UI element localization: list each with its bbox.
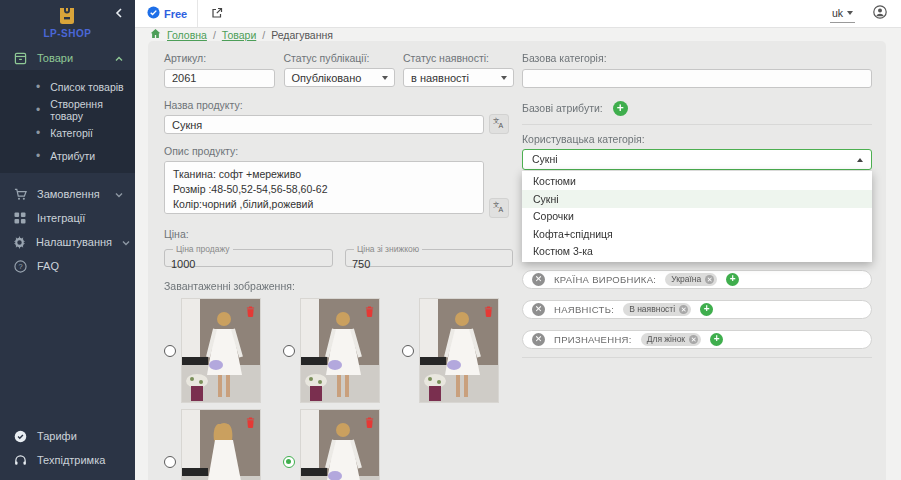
- product-image-cell: [164, 298, 261, 403]
- external-link-icon: [211, 5, 223, 23]
- sidebar-item-product-list[interactable]: •Список товарів: [0, 75, 135, 98]
- translate-icon: 文A: [493, 199, 505, 217]
- sidebar-item-integrations[interactable]: Інтеграції: [0, 206, 135, 230]
- attribute-value-chip: Україна ✕: [665, 273, 717, 286]
- plan-badge[interactable]: Free: [147, 6, 187, 21]
- availability-status-select[interactable]: в наявності: [403, 68, 514, 87]
- translate-name-button[interactable]: 文A: [489, 114, 509, 134]
- custom-category-select[interactable]: Сукні: [522, 149, 872, 170]
- image-select-radio[interactable]: [164, 345, 176, 357]
- image-select-radio[interactable]: [402, 345, 414, 357]
- translate-description-button[interactable]: 文A: [489, 198, 509, 218]
- add-base-attribute-button[interactable]: +: [613, 101, 628, 116]
- sidebar-item-support[interactable]: Техпідтримка: [0, 448, 135, 472]
- publish-status-label: Статус публікації:: [284, 52, 395, 64]
- base-category-input[interactable]: [522, 69, 872, 88]
- products-box-icon: [13, 51, 27, 65]
- dropdown-option[interactable]: Сорочки: [522, 208, 872, 226]
- language-select[interactable]: uk: [830, 5, 855, 23]
- product-description-textarea[interactable]: Тканина: софт +мереживо Розмір :48-50,52…: [164, 161, 484, 214]
- bullet-icon: •: [36, 104, 40, 116]
- image-select-radio[interactable]: [164, 456, 176, 468]
- discount-price-input[interactable]: [352, 258, 498, 270]
- product-name-input[interactable]: [164, 115, 484, 134]
- sidebar-header: LP-SHOP: [0, 0, 135, 46]
- add-attribute-value-button[interactable]: +: [710, 333, 723, 346]
- sidebar-subitem-label: Створення товару: [50, 98, 135, 122]
- svg-text:?: ?: [18, 262, 22, 271]
- product-image-cell: [283, 409, 380, 480]
- sidebar-item-product-create[interactable]: •Створення товару: [0, 98, 135, 121]
- sidebar-item-categories[interactable]: •Категорії: [0, 121, 135, 144]
- base-attributes-label: Базові атрибути:: [522, 102, 603, 114]
- custom-attributes-list: ✕ КРАЇНА ВИРОБНИКА: Україна ✕ + ✕ НАЯВНІ…: [522, 270, 872, 349]
- sidebar-item-label: Налаштування: [36, 236, 112, 248]
- delete-image-button[interactable]: [365, 303, 374, 321]
- dropdown-option[interactable]: Костюм 3-ка: [522, 243, 872, 261]
- breadcrumb-products-link[interactable]: Товари: [222, 29, 256, 41]
- uploaded-images-section: Завантаженні зображення:: [164, 280, 514, 480]
- delete-image-button[interactable]: [246, 303, 255, 321]
- open-shop-button[interactable]: [208, 5, 226, 23]
- dropdown-option[interactable]: Костюми: [522, 173, 872, 191]
- cart-icon: [13, 187, 27, 201]
- sidebar-item-label: Тарифи: [37, 430, 123, 442]
- remove-chip-button[interactable]: ✕: [705, 275, 714, 284]
- image-select-radio[interactable]: [283, 345, 295, 357]
- delete-image-button[interactable]: [484, 303, 493, 321]
- remove-attribute-button[interactable]: ✕: [532, 273, 545, 286]
- sidebar-item-products[interactable]: Товари: [0, 46, 135, 70]
- sidebar-item-orders[interactable]: Замовлення: [0, 182, 135, 206]
- home-icon: [150, 28, 161, 41]
- dropdown-option[interactable]: Сукні: [522, 190, 872, 208]
- remove-attribute-button[interactable]: ✕: [532, 333, 545, 346]
- remove-chip-button[interactable]: ✕: [689, 335, 698, 344]
- delete-image-button[interactable]: [365, 414, 374, 432]
- remove-attribute-button[interactable]: ✕: [532, 303, 545, 316]
- language-value: uk: [832, 7, 843, 19]
- add-attribute-value-button[interactable]: +: [726, 273, 739, 286]
- custom-category-select-wrap: Сукні Костюми Сукні Сорочки Кофта+спідни…: [522, 149, 872, 170]
- availability-status-value: в наявності: [411, 72, 469, 84]
- breadcrumb-separator: /: [262, 29, 265, 41]
- breadcrumb-home-link[interactable]: Головна: [167, 29, 207, 41]
- publish-status-select[interactable]: Опубліковано: [284, 68, 395, 87]
- headset-icon: [13, 453, 27, 467]
- attribute-label: КРАЇНА ВИРОБНИКА:: [554, 274, 656, 285]
- price-section: Ціна: Ціна продажу Ціна зі знижкою: [164, 228, 514, 267]
- sidebar-item-attributes[interactable]: •Атрибути: [0, 144, 135, 167]
- product-image-cell: [283, 298, 380, 403]
- sidebar-item-label: Техпідтримка: [37, 454, 123, 466]
- attribute-label: НАЯВНІСТЬ:: [554, 304, 614, 315]
- base-attributes-header: Базові атрибути: +: [522, 101, 872, 116]
- sidebar-item-faq[interactable]: ? FAQ: [0, 254, 135, 278]
- sidebar-item-label: Замовлення: [37, 188, 105, 200]
- add-attribute-value-button[interactable]: +: [700, 303, 713, 316]
- sidebar-collapse-button[interactable]: [115, 8, 123, 20]
- trash-icon: [246, 417, 255, 428]
- dropdown-option[interactable]: Кофта+спідниця: [522, 225, 872, 243]
- sidebar-item-tariffs[interactable]: Тарифи: [0, 424, 135, 448]
- product-photo: [300, 409, 380, 480]
- topbar: Free uk: [135, 0, 901, 28]
- chevron-down-icon: [847, 11, 853, 15]
- image-select-radio[interactable]: [283, 456, 295, 468]
- user-icon: [873, 5, 887, 23]
- chip-label: Для жінок: [647, 334, 685, 344]
- product-name-label: Назва продукту:: [164, 99, 484, 111]
- remove-chip-button[interactable]: ✕: [679, 305, 688, 314]
- sku-input[interactable]: [164, 69, 275, 88]
- trash-icon: [246, 306, 255, 317]
- uploaded-images-label: Завантаженні зображення:: [164, 280, 514, 292]
- delete-image-button[interactable]: [246, 414, 255, 432]
- sku-label: Артикул:: [164, 52, 275, 64]
- sidebar-item-settings[interactable]: Налаштування: [0, 230, 135, 254]
- attribute-value-chip: В наявності ✕: [623, 303, 691, 316]
- divider: [522, 124, 872, 125]
- attribute-value-chip: Для жінок ✕: [641, 333, 701, 346]
- sale-price-input[interactable]: [171, 258, 318, 270]
- account-button[interactable]: [871, 5, 889, 23]
- trash-icon: [484, 306, 493, 317]
- brand-logo[interactable]: LP-SHOP: [44, 8, 92, 39]
- bullet-icon: •: [36, 127, 40, 139]
